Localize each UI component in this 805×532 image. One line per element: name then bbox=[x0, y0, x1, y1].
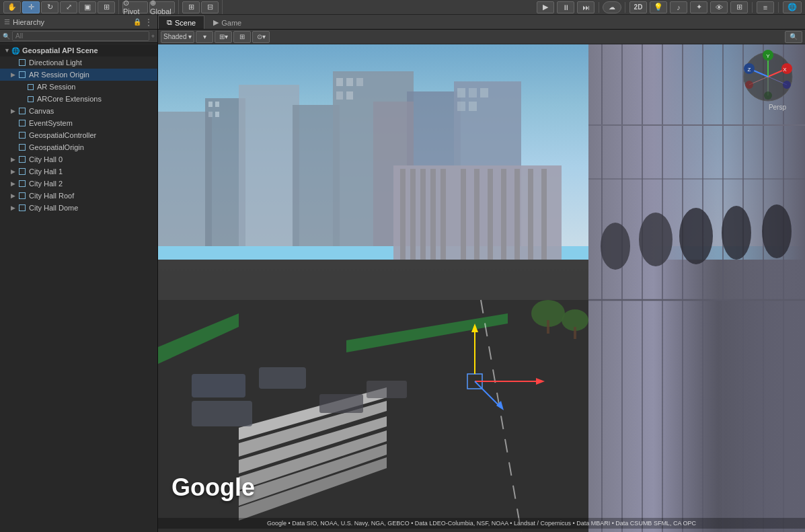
play-button[interactable]: ▶ bbox=[537, 1, 554, 13]
svg-rect-73 bbox=[547, 320, 549, 334]
rotate-tool-button[interactable]: ↻ bbox=[41, 1, 59, 13]
city-hall-1-icon bbox=[17, 167, 27, 176]
hierarchy-item-geospatial-origin[interactable]: GeospatialOrigin bbox=[0, 141, 157, 153]
city-hall-1-expand: ▶ bbox=[11, 168, 17, 175]
svg-rect-28 bbox=[440, 169, 446, 263]
scene-tab-label: Scene bbox=[175, 19, 196, 27]
toolbar-separator-2 bbox=[625, 2, 625, 13]
scene-tabs: ⧉ Scene ▶ Game bbox=[158, 15, 805, 30]
snap-settings-button[interactable]: ⊟ bbox=[201, 1, 219, 13]
scene-root-expand: ▼ bbox=[4, 47, 11, 54]
hierarchy-panel-header: ☰ Hierarchy 🔒 ⋮ bbox=[0, 15, 157, 30]
hierarchy-item-canvas[interactable]: ▶ Canvas bbox=[0, 105, 157, 117]
svg-rect-14 bbox=[346, 78, 353, 86]
svg-rect-11 bbox=[208, 112, 213, 117]
hidden-objects-button[interactable]: 👁 bbox=[710, 1, 728, 13]
svg-rect-31 bbox=[488, 169, 493, 263]
hierarchy-item-ar-session-origin[interactable]: ▶ AR Session Origin bbox=[0, 69, 157, 81]
canvas-icon bbox=[17, 106, 27, 116]
perspective-label: Persp bbox=[769, 104, 786, 111]
grid-button[interactable]: ⊞ bbox=[730, 1, 748, 13]
svg-rect-32 bbox=[501, 169, 506, 263]
svg-point-98 bbox=[783, 81, 791, 89]
pivot-group: ⊙ Pivot ⊕ Global bbox=[119, 0, 179, 14]
hierarchy-item-city-hall-dome[interactable]: ▶ City Hall Dome bbox=[0, 202, 157, 214]
arcore-extensions-label: ARCore Extensions bbox=[37, 95, 102, 103]
ar-session-origin-icon bbox=[17, 70, 27, 79]
2d-view-button[interactable]: 2D bbox=[629, 1, 647, 13]
hierarchy-item-arcore-extensions[interactable]: ARCore Extensions bbox=[0, 93, 157, 105]
shading-mode-button[interactable]: Shaded ▾ bbox=[161, 31, 194, 43]
hierarchy-panel: ☰ Hierarchy 🔒 ⋮ 🔍 + ▼ 🌐 Geospatial API S… bbox=[0, 15, 158, 532]
scene-gizmos-button[interactable]: ⊙▾ bbox=[252, 31, 270, 43]
scene-root-item[interactable]: ▼ 🌐 Geospatial API Scene bbox=[0, 44, 157, 56]
toolbar-separator-3 bbox=[752, 2, 753, 13]
svg-rect-69 bbox=[192, 401, 252, 426]
viewport[interactable]: X Y Z Persp Google bbox=[158, 44, 805, 532]
render-mode-button[interactable]: ≡ bbox=[757, 1, 774, 13]
city-hall-roof-icon bbox=[17, 191, 27, 200]
top-toolbar: ✋ ✛ ↻ ⤢ ▣ ⊞ ⊙ Pivot ⊕ Global ⊞ ⊟ ▶ ⏸ ⏭ ☁… bbox=[0, 0, 805, 15]
city-hall-roof-expand: ▶ bbox=[11, 192, 17, 199]
scene-toolbar-right: 🔍 bbox=[785, 31, 802, 43]
hierarchy-item-city-hall-2[interactable]: ▶ City Hall 2 bbox=[0, 178, 157, 190]
hierarchy-menu-dots[interactable]: ⋮ bbox=[144, 17, 153, 27]
svg-rect-48 bbox=[588, 44, 805, 532]
city-hall-2-expand: ▶ bbox=[11, 180, 17, 187]
svg-rect-12 bbox=[215, 112, 219, 117]
step-button[interactable]: ⏭ bbox=[577, 1, 595, 13]
hierarchy-item-ar-session[interactable]: AR Session bbox=[0, 81, 157, 93]
search-icon: 🔍 bbox=[3, 33, 10, 40]
svg-text:Z: Z bbox=[748, 67, 751, 73]
scene-search-button[interactable]: 🔍 bbox=[785, 31, 802, 43]
svg-rect-67 bbox=[192, 374, 245, 397]
game-tab[interactable]: ▶ Game bbox=[204, 15, 250, 29]
svg-point-65 bbox=[722, 206, 751, 260]
google-watermark: Google bbox=[171, 473, 255, 502]
add-hierarchy-item-button[interactable]: + bbox=[151, 33, 155, 40]
svg-point-96 bbox=[764, 91, 772, 100]
hierarchy-item-geospatial-controller[interactable]: GeospatialController bbox=[0, 129, 157, 141]
rect-tool-button[interactable]: ▣ bbox=[79, 1, 96, 13]
hierarchy-search-input[interactable] bbox=[12, 31, 149, 41]
svg-text:Y: Y bbox=[766, 53, 770, 59]
ar-session-origin-expand: ▶ bbox=[11, 71, 17, 78]
pivot-button[interactable]: ⊙ Pivot bbox=[122, 1, 148, 13]
audio-button[interactable]: ♪ bbox=[670, 1, 687, 13]
hierarchy-item-city-hall-roof[interactable]: ▶ City Hall Roof bbox=[0, 190, 157, 202]
transform-tool-button[interactable]: ⊞ bbox=[98, 1, 115, 13]
hierarchy-item-event-system[interactable]: EventSystem bbox=[0, 117, 157, 129]
transform-tools-group: ✋ ✛ ↻ ⤢ ▣ ⊞ bbox=[0, 0, 119, 14]
hierarchy-item-directional-light[interactable]: Directional Light bbox=[0, 56, 157, 69]
account-button[interactable]: ☁ bbox=[603, 1, 621, 13]
svg-point-64 bbox=[679, 208, 713, 264]
effects-button[interactable]: ✦ bbox=[690, 1, 707, 13]
pause-button[interactable]: ⏸ bbox=[557, 1, 574, 13]
hierarchy-item-city-hall-1[interactable]: ▶ City Hall 1 bbox=[0, 165, 157, 178]
svg-rect-24 bbox=[400, 169, 406, 263]
game-tab-label: Game bbox=[221, 19, 241, 27]
google-credits: Google • Data SIO, NOAA, U.S. Navy, NGA,… bbox=[158, 518, 805, 529]
lighting-button[interactable]: 💡 bbox=[650, 1, 667, 13]
geospatial-controller-label: GeospatialController bbox=[29, 131, 96, 139]
svg-rect-25 bbox=[410, 169, 416, 263]
svg-rect-34 bbox=[528, 169, 533, 263]
scene-tab[interactable]: ⧉ Scene bbox=[158, 15, 204, 29]
scene-area: ⧉ Scene ▶ Game Shaded ▾ ▾ ⊞▾ ⊞ ⊙▾ 🔍 bbox=[158, 15, 805, 532]
svg-rect-35 bbox=[541, 169, 547, 263]
hierarchy-item-city-hall-0[interactable]: ▶ City Hall 0 bbox=[0, 153, 157, 165]
move-tool-button[interactable]: ✛ bbox=[22, 1, 40, 13]
city-hall-roof-label: City Hall Roof bbox=[29, 192, 74, 200]
game-tab-icon: ▶ bbox=[213, 18, 219, 27]
hierarchy-lock-icon[interactable]: 🔒 bbox=[133, 18, 141, 26]
scale-tool-button[interactable]: ⤢ bbox=[60, 1, 77, 13]
scene-fx-button[interactable]: ⊞▾ bbox=[215, 31, 232, 43]
scene-grid-button[interactable]: ⊞ bbox=[233, 31, 251, 43]
global-button[interactable]: ⊕ Global bbox=[149, 1, 175, 13]
hierarchy-list: ▼ 🌐 Geospatial API Scene Directional Lig… bbox=[0, 43, 157, 532]
snap-button[interactable]: ⊞ bbox=[182, 1, 200, 13]
hand-tool-button[interactable]: ✋ bbox=[3, 1, 21, 13]
globe-button[interactable]: 🌐 bbox=[783, 1, 802, 13]
svg-rect-16 bbox=[336, 91, 343, 100]
render-mode-dropdown[interactable]: ▾ bbox=[196, 31, 213, 43]
